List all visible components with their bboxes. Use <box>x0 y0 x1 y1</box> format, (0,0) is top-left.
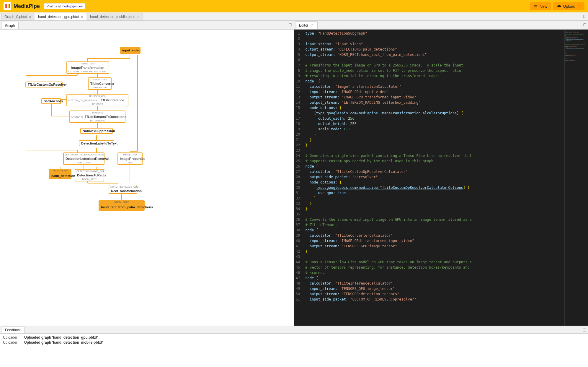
file-tab-label: Graph_0.pbtxt <box>4 15 27 19</box>
editor-minimap[interactable]: type: "HandDetectionSubgraph" input_stre… <box>564 30 588 326</box>
file-tab-label: hand_detection_gpu.pbtxt <box>38 15 79 19</box>
file-tab-label: hand_detection_mobile.pbtxt <box>90 15 135 19</box>
upload-label: Upload <box>563 4 575 9</box>
file-tabs: Graph_0.pbtxt✕ hand_detection_gpu.pbtxt✕… <box>0 12 588 21</box>
maximize-icon[interactable]: ▢ <box>583 14 586 18</box>
logo <box>4 2 11 10</box>
visit-link-box: Visit us at mediapipe.dev <box>44 3 85 9</box>
feedback-source: Uploader <box>3 335 21 340</box>
maximize-icon[interactable]: ▢ <box>583 22 586 27</box>
graph-wires <box>0 30 294 326</box>
menu-icon <box>534 4 538 8</box>
app-header: MediaPipe Visit us at mediapipe.dev New … <box>0 0 588 12</box>
new-button[interactable]: New <box>530 2 551 10</box>
tab-graph[interactable]: Graph <box>1 22 19 29</box>
node-tflite-inference[interactable]: TENSORS_GPU CUSTOM_OP_RESOLVERTfLiteInfe… <box>66 94 128 106</box>
download-icon[interactable] <box>310 23 314 28</box>
node-detection-letterbox-removal[interactable]: LETTERBOX_PADDINGDETECTIONS DetectionLet… <box>63 152 104 165</box>
feedback-message: Uploaded graph 'hand_detection_gpu.pbtxt… <box>24 335 98 340</box>
feedback-tabs: Feedback ▢ <box>0 326 588 334</box>
node-tflite-converter[interactable]: IMAGE_GPU TfLiteConverter TENSORS_GPU <box>88 77 112 90</box>
tab-feedback[interactable]: Feedback <box>1 327 24 333</box>
more-icon: ⋮ <box>577 4 581 9</box>
node-rect-transformation[interactable]: NORM_RECTIMAGE_SIZE RectTransformation <box>109 185 137 194</box>
close-icon[interactable]: ✕ <box>137 15 140 19</box>
feedback-source: Uploader <box>3 340 21 345</box>
cloud-upload-icon <box>557 4 561 8</box>
feedback-row: Uploader Uploaded graph 'hand_detection_… <box>3 340 585 345</box>
editor-tab-label: Editor <box>299 23 308 27</box>
node-ssd-anchors[interactable]: SsdAnchors <box>41 98 61 104</box>
new-label: New <box>540 4 547 9</box>
node-image-transformation[interactable]: IMAGE_GPU ImageTransformation LETTERBOX_… <box>66 61 109 74</box>
feedback-row: Uploader Uploaded graph 'hand_detection_… <box>3 335 585 340</box>
editor-code[interactable]: type: "HandDetectionSubgraph" input_stre… <box>303 30 564 326</box>
node-non-max-suppression[interactable]: NonMaxSuppression <box>80 128 113 134</box>
node-image-properties[interactable]: IMAGE_GPU ImageProperties SIZE <box>117 152 143 165</box>
close-icon[interactable]: ✕ <box>29 15 31 19</box>
feedback-message: Uploaded graph 'hand_detection_mobile.pb… <box>24 340 103 345</box>
node-tflite-tensors-to-detections[interactable]: TENSORS ANCHORSTfLiteTensorsToDetections… <box>69 111 125 123</box>
graph-canvas[interactable]: input_video IMAGE_GPU ImageTransformatio… <box>0 30 294 326</box>
file-tab[interactable]: Graph_0.pbtxt✕ <box>1 13 34 20</box>
visit-prefix: Visit us at <box>47 4 62 8</box>
node-input-video[interactable]: input_video <box>120 47 141 54</box>
node-detections-to-rects[interactable]: DETECTIONSIMAGE_SIZE DetectionsToRects N… <box>75 169 104 181</box>
editor-gutter: 1234567891011121314151617181920212223242… <box>294 30 303 326</box>
node-detection-label-to-text[interactable]: DetectionLabelIdToText <box>79 140 114 146</box>
feedback-body: Uploader Uploaded graph 'hand_detection_… <box>0 334 588 367</box>
graph-pane: Graph ▢ <box>0 21 294 326</box>
feedback-panel: Feedback ▢ Uploader Uploaded graph 'hand… <box>0 326 588 367</box>
node-hand-rect[interactable]: NORM_RECT hand_rect_from_palm_detections <box>99 200 145 211</box>
maximize-icon[interactable]: ▢ <box>583 327 586 332</box>
file-tab[interactable]: hand_detection_mobile.pbtxt✕ <box>87 13 143 20</box>
node-tflite-custom-op-resolver[interactable]: TfLiteCustomOpResolver <box>25 82 63 87</box>
tab-editor[interactable]: Editor <box>295 21 318 29</box>
editor-pane-tabs: Editor ▢ <box>294 21 588 30</box>
close-icon[interactable]: ✕ <box>81 15 83 19</box>
app-title: MediaPipe <box>14 3 40 9</box>
editor-pane: Editor ▢ 1234567891011121314151617181920… <box>294 21 588 326</box>
file-tab[interactable]: hand_detection_gpu.pbtxt✕ <box>35 13 86 20</box>
visit-link[interactable]: mediapipe.dev <box>62 4 83 8</box>
node-palm-detections[interactable]: DETECTIONS palm_detections <box>49 169 71 179</box>
maximize-icon[interactable]: ▢ <box>289 22 292 27</box>
code-editor[interactable]: 1234567891011121314151617181920212223242… <box>294 30 588 326</box>
upload-button[interactable]: Upload ⋮ <box>553 2 584 10</box>
graph-pane-tabs: Graph ▢ <box>0 21 294 30</box>
